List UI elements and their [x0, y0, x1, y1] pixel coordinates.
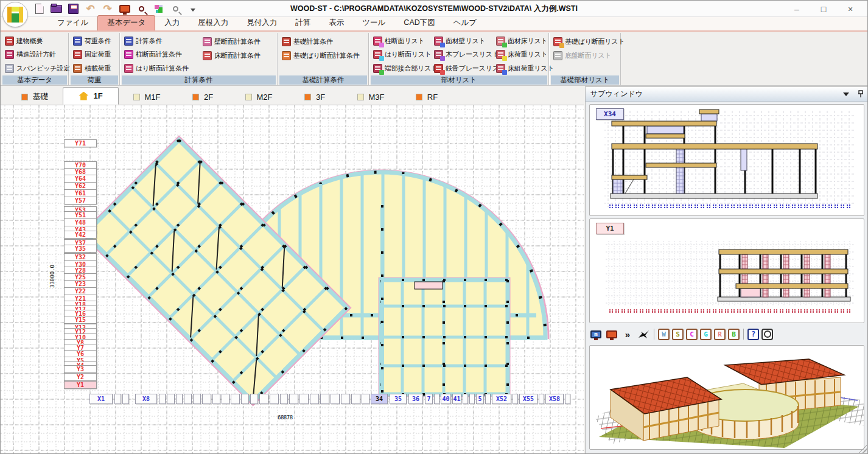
- x-grid-label[interactable]: [299, 394, 309, 404]
- x-grid-label[interactable]: 34: [371, 394, 388, 404]
- x-grid-label[interactable]: [341, 394, 350, 404]
- ribbon-item[interactable]: 柱断面計算条件: [124, 48, 200, 61]
- x-grid-label[interactable]: [176, 394, 183, 404]
- ribbon-item[interactable]: 計算条件: [124, 35, 200, 47]
- floor-tab[interactable]: M2F: [231, 89, 287, 105]
- ribbon-item[interactable]: 荷重条件: [73, 35, 111, 47]
- x-grid-label[interactable]: [122, 394, 129, 404]
- x-grid-label[interactable]: [259, 394, 268, 404]
- menu-item[interactable]: ヘルプ: [444, 16, 486, 30]
- ribbon-item[interactable]: 端部接合部リスト: [373, 62, 432, 75]
- menu-item[interactable]: 表示: [320, 16, 353, 30]
- ribbon-item[interactable]: 木ブレースリスト: [434, 48, 494, 61]
- x-grid-label[interactable]: [222, 394, 229, 404]
- x-grid-label[interactable]: [469, 394, 475, 404]
- x-grid-label[interactable]: [241, 394, 249, 404]
- x-grid-label[interactable]: [212, 394, 220, 404]
- x-grid-label[interactable]: 36: [408, 394, 423, 404]
- maximize-button[interactable]: □: [810, 1, 837, 17]
- ribbon-item[interactable]: 固定荷重: [73, 48, 111, 61]
- close-button[interactable]: ×: [837, 1, 864, 17]
- monitor-red-icon[interactable]: [605, 327, 618, 341]
- floor-tab[interactable]: 基礎: [7, 89, 63, 105]
- ribbon-item[interactable]: 床断面計算条件: [203, 49, 261, 62]
- app-logo[interactable]: [2, 2, 28, 27]
- y-grid-label[interactable]: Y1: [64, 381, 97, 389]
- y-grid-label[interactable]: Y57: [64, 197, 97, 204]
- ribbon-item[interactable]: 底盤断面リスト: [553, 49, 625, 62]
- undo-icon[interactable]: ↶: [83, 2, 97, 15]
- color-settings-icon[interactable]: [152, 2, 166, 15]
- x-grid-label[interactable]: X55: [519, 394, 537, 404]
- menu-item[interactable]: CAD下図: [394, 16, 444, 30]
- menu-item[interactable]: 基本データ: [97, 15, 155, 30]
- x-grid-label[interactable]: 7: [425, 394, 433, 404]
- y-grid-label[interactable]: Y15: [64, 316, 97, 324]
- floor-tab[interactable]: M1F: [119, 89, 175, 105]
- pin-icon[interactable]: [858, 90, 864, 98]
- x-grid-label[interactable]: X8: [135, 394, 157, 404]
- ribbon-item[interactable]: 基礎計算条件: [282, 35, 360, 48]
- help-icon[interactable]: ?: [747, 329, 759, 340]
- ribbon-item[interactable]: 基礎ばり断面リスト: [553, 35, 625, 48]
- ribbon-item[interactable]: 面材床リスト: [496, 35, 554, 47]
- save-icon[interactable]: [66, 2, 80, 15]
- x-grid-label[interactable]: [231, 394, 240, 404]
- floor-tab[interactable]: 2F: [175, 89, 231, 105]
- layer-letter-button[interactable]: B: [728, 329, 740, 340]
- ribbon-item[interactable]: 基礎ばり断面計算条件: [282, 49, 360, 62]
- x-grid-label[interactable]: X52: [492, 394, 511, 404]
- floor-tab[interactable]: RF: [399, 89, 455, 105]
- menu-item[interactable]: 屋根入力: [189, 16, 237, 30]
- chevron-double-icon[interactable]: »: [621, 327, 634, 341]
- x-grid-label[interactable]: 35: [390, 394, 407, 404]
- x-grid-label[interactable]: [289, 394, 298, 404]
- open-file-icon[interactable]: [49, 2, 63, 15]
- plan-canvas[interactable]: 33000.0 68878 Y71 Y70 Y68 Y64 Y62 Y61 Y5…: [1, 105, 584, 454]
- ribbon-item[interactable]: 床荷重リスト: [496, 48, 554, 61]
- x-grid-label[interactable]: [167, 394, 175, 404]
- x-grid-label[interactable]: [310, 394, 319, 404]
- ribbon-item[interactable]: はり断面計算条件: [124, 62, 200, 75]
- x-grid-label[interactable]: [270, 394, 279, 404]
- ribbon-item[interactable]: はり断面リスト: [373, 48, 432, 61]
- floor-tab[interactable]: M3F: [343, 89, 399, 105]
- elevation-view-x34[interactable]: X34: [589, 104, 864, 216]
- ribbon-item[interactable]: 鉄骨ブレースリスト: [434, 62, 494, 75]
- layer-letter-button[interactable]: S: [672, 329, 684, 340]
- x-grid-label[interactable]: [463, 394, 468, 404]
- floor-tab[interactable]: 1F: [63, 87, 119, 105]
- x-grid-label[interactable]: [513, 394, 518, 404]
- x-grid-label[interactable]: [434, 394, 439, 404]
- x-grid-label[interactable]: [485, 394, 491, 404]
- ribbon-item[interactable]: 積載荷重: [73, 62, 111, 75]
- y-grid-label[interactable]: Y42: [64, 231, 97, 239]
- toolbar-overflow-dropdown[interactable]: [186, 2, 200, 15]
- x-grid-label[interactable]: [362, 394, 369, 404]
- x-grid-label[interactable]: X1: [89, 394, 113, 404]
- x-grid-label[interactable]: [351, 394, 360, 404]
- floor-tab[interactable]: 3F: [287, 89, 343, 105]
- y-grid-label[interactable]: Y35: [64, 245, 97, 253]
- new-file-icon[interactable]: [32, 2, 46, 15]
- menu-item[interactable]: 見付入力: [237, 16, 286, 30]
- ribbon-item[interactable]: 床組荷重リスト: [496, 62, 554, 75]
- x-grid-label[interactable]: [565, 394, 570, 404]
- menu-item[interactable]: ツール: [353, 16, 394, 30]
- x-grid-label[interactable]: [280, 394, 288, 404]
- x-grid-label[interactable]: [250, 394, 258, 404]
- menu-item[interactable]: 入力: [155, 16, 189, 30]
- ribbon-item[interactable]: 建物概要: [5, 35, 70, 47]
- circle-window-icon[interactable]: [761, 329, 773, 340]
- ribbon-item[interactable]: スパンピッチ設定: [5, 62, 70, 75]
- zoom-icon[interactable]: [135, 2, 149, 15]
- x-grid-label[interactable]: [184, 394, 192, 404]
- x-grid-label[interactable]: 5: [476, 394, 484, 404]
- menu-item[interactable]: 計算: [286, 16, 320, 30]
- x-grid-label[interactable]: [539, 394, 544, 404]
- chevron-down-icon[interactable]: [843, 93, 849, 96]
- layer-letter-button[interactable]: W: [658, 329, 670, 340]
- x-grid-label[interactable]: [320, 394, 329, 404]
- menu-item[interactable]: ファイル: [48, 16, 97, 30]
- bird-cursor-icon[interactable]: [637, 327, 650, 341]
